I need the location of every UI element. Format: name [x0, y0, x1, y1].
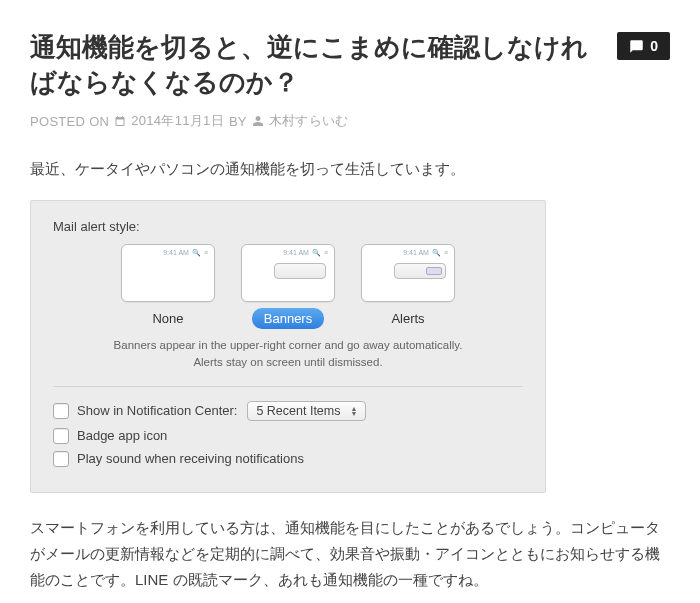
comment-count: 0 — [650, 38, 658, 54]
menubar-time: 9:41 AM — [163, 249, 189, 257]
by-label: BY — [229, 114, 247, 129]
menubar-time: 9:41 AM — [283, 249, 309, 257]
badge-checkbox[interactable] — [53, 428, 69, 444]
author-link[interactable]: 木村すらいむ — [269, 112, 349, 130]
paragraph-1: 最近、ケータイやパソコンの通知機能を切って生活しています。 — [30, 156, 670, 182]
comment-icon — [629, 39, 644, 54]
paragraph-2: スマートフォンを利用している方は、通知機能を目にしたことがあるでしょう。コンピュ… — [30, 515, 670, 594]
search-glyph-icon: 🔍 — [312, 249, 321, 257]
alert-option-banners[interactable]: 9:41 AM🔍≡ Banners — [241, 244, 335, 329]
comment-count-badge[interactable]: 0 — [617, 32, 670, 60]
alert-name-none: None — [140, 308, 195, 329]
menubar-time: 9:41 AM — [403, 249, 429, 257]
play-sound-checkbox[interactable] — [53, 451, 69, 467]
show-in-nc-row[interactable]: Show in Notification Center: — [53, 403, 237, 419]
post-date: 2014年11月1日 — [131, 112, 224, 130]
alert-option-none[interactable]: 9:41 AM🔍≡ None — [121, 244, 215, 329]
post-meta: POSTED ON 2014年11月1日 BY 木村すらいむ — [30, 112, 670, 130]
menu-glyph-icon: ≡ — [324, 249, 328, 257]
recent-items-value: 5 Recent Items — [256, 404, 340, 418]
alert-thumb-none: 9:41 AM🔍≡ — [121, 244, 215, 302]
play-sound-label: Play sound when receiving notifications — [77, 451, 304, 466]
post-title: 通知機能を切ると、逆にこまめに確認しなければならなくなるのか？ — [30, 30, 670, 100]
posted-on-label: POSTED ON — [30, 114, 109, 129]
banner-shape — [274, 263, 326, 279]
notification-prefs-screenshot: Mail alert style: 9:41 AM🔍≡ None 9:41 AM… — [30, 200, 546, 492]
alert-style-hint: Banners appear in the upper-right corner… — [113, 337, 463, 369]
badge-app-icon-row[interactable]: Badge app icon — [53, 428, 167, 444]
alert-option-alerts[interactable]: 9:41 AM🔍≡ Alerts — [361, 244, 455, 329]
recent-items-select[interactable]: 5 Recent Items ▲▼ — [247, 401, 366, 421]
alert-style-label: Mail alert style: — [53, 219, 523, 234]
alert-name-banners: Banners — [252, 308, 324, 329]
stepper-arrows-icon: ▲▼ — [351, 406, 358, 416]
divider — [53, 386, 523, 387]
calendar-icon — [114, 115, 126, 127]
alert-thumb-banners: 9:41 AM🔍≡ — [241, 244, 335, 302]
alert-shape — [394, 263, 446, 279]
play-sound-row[interactable]: Play sound when receiving notifications — [53, 451, 304, 467]
show-in-nc-checkbox[interactable] — [53, 403, 69, 419]
alert-name-alerts: Alerts — [379, 308, 436, 329]
alert-thumb-alerts: 9:41 AM🔍≡ — [361, 244, 455, 302]
menu-glyph-icon: ≡ — [444, 249, 448, 257]
menu-glyph-icon: ≡ — [204, 249, 208, 257]
author-icon — [252, 115, 264, 127]
search-glyph-icon: 🔍 — [192, 249, 201, 257]
badge-label: Badge app icon — [77, 428, 167, 443]
show-in-nc-label: Show in Notification Center: — [77, 403, 237, 418]
search-glyph-icon: 🔍 — [432, 249, 441, 257]
